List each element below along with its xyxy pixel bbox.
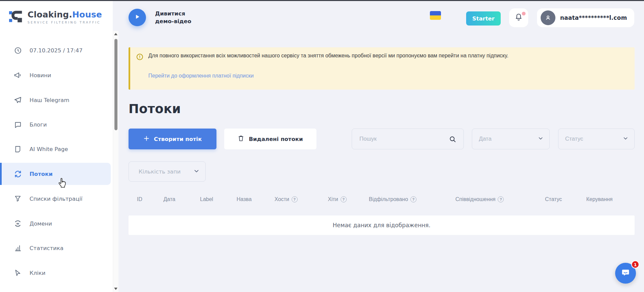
scroll-up-arrow[interactable] bbox=[114, 33, 117, 35]
column-header-filtered: Відфільтровано bbox=[369, 196, 416, 202]
avatar bbox=[541, 10, 555, 25]
sidebar-item-label: Домени bbox=[30, 221, 52, 227]
clock-icon bbox=[14, 46, 22, 54]
sidebar-item-flows[interactable]: Потоки bbox=[0, 163, 111, 185]
brand-name-blue: House bbox=[72, 10, 102, 19]
sidebar: Cloaking.House SERVICE FILTERING TRAFFIC… bbox=[0, 1, 113, 292]
sidebar-item-telegram[interactable]: Наш Telegram bbox=[0, 89, 111, 111]
chat-widget-icon bbox=[621, 267, 631, 279]
sidebar-item-domains[interactable]: w Домени bbox=[0, 212, 111, 235]
chat-bubble-icon bbox=[14, 120, 22, 129]
search-icon[interactable] bbox=[449, 135, 457, 145]
sidebar-item-label: Кліки bbox=[30, 270, 46, 276]
sidebar-item-label: Наш Telegram bbox=[30, 97, 69, 103]
telegram-icon bbox=[14, 96, 22, 104]
per-page-dropdown[interactable]: Кількість запи bbox=[129, 161, 206, 182]
sidebar-item-ai-white-page[interactable]: AI White Page bbox=[0, 138, 111, 160]
logo-icon bbox=[8, 8, 23, 25]
sidebar-item-label: Статистика bbox=[30, 245, 63, 251]
help-icon[interactable] bbox=[341, 196, 347, 202]
sidebar-item-label: Новини bbox=[30, 72, 51, 79]
plan-badge[interactable]: Starter bbox=[466, 11, 501, 26]
bar-chart-icon bbox=[14, 244, 22, 252]
account-menu[interactable]: naata**********l.com bbox=[537, 8, 634, 27]
demo-video-label[interactable]: Дивитися демо-відео bbox=[155, 10, 191, 25]
status-filter-dropdown[interactable]: Статус bbox=[558, 129, 635, 149]
column-header-ratio: Співвідношення bbox=[455, 196, 504, 202]
deleted-flows-button[interactable]: Видалені потоки bbox=[224, 129, 316, 149]
sidebar-item-news[interactable]: Новини bbox=[0, 64, 111, 86]
user-email: naata**********l.com bbox=[560, 14, 627, 21]
sidebar-item-label: Блоги bbox=[30, 121, 47, 128]
app-window: Cloaking.House SERVICE FILTERING TRAFFIC… bbox=[0, 0, 644, 292]
svg-text:w: w bbox=[16, 222, 19, 225]
banner-text: Для повного використання всіх можливосте… bbox=[148, 52, 622, 59]
trial-warning-banner: ! Для повного використання всіх можливос… bbox=[129, 47, 635, 90]
chevron-down-icon bbox=[194, 168, 199, 175]
globe-w-icon: w bbox=[14, 220, 22, 228]
flag-yellow-stripe bbox=[430, 15, 441, 20]
search-field[interactable] bbox=[352, 129, 464, 149]
search-input[interactable] bbox=[359, 135, 446, 143]
sidebar-item-label: 07.10.2025 / 17:47 bbox=[30, 47, 83, 54]
sidebar-item-clicks[interactable]: Кліки bbox=[0, 262, 111, 284]
language-flag-ukraine[interactable] bbox=[430, 11, 441, 20]
status-filter-label: Статус bbox=[565, 136, 583, 142]
column-header-id: ID bbox=[137, 196, 142, 202]
megaphone-icon bbox=[14, 71, 22, 79]
help-icon[interactable] bbox=[410, 196, 416, 202]
brand-tagline: SERVICE FILTERING TRAFFIC bbox=[28, 20, 102, 24]
chevron-down-icon bbox=[538, 136, 543, 142]
per-page-label: Кількість запи bbox=[139, 168, 181, 175]
help-icon[interactable] bbox=[292, 196, 298, 202]
column-header-name: Назва bbox=[237, 196, 252, 202]
sidebar-item-datetime[interactable]: 07.10.2025 / 17:47 bbox=[0, 39, 111, 61]
column-header-label: Label bbox=[200, 196, 213, 202]
sidebar-item-blogs[interactable]: Блоги bbox=[0, 113, 111, 136]
notification-dot bbox=[522, 12, 526, 15]
sidebar-item-label: Потоки bbox=[30, 171, 53, 177]
play-demo-button[interactable] bbox=[129, 9, 146, 26]
plus-icon bbox=[143, 135, 150, 143]
column-header-status: Статус bbox=[545, 196, 562, 202]
cursor-icon bbox=[14, 269, 22, 277]
logo-text: Cloaking.House SERVICE FILTERING TRAFFIC bbox=[28, 10, 102, 24]
page-title: Потоки bbox=[129, 102, 181, 116]
subscribe-link[interactable]: Перейти до оформлення платної підписки bbox=[148, 73, 254, 79]
sidebar-item-label: AI White Page bbox=[30, 146, 68, 152]
scrollbar-thumb[interactable] bbox=[114, 39, 117, 130]
flag-blue-stripe bbox=[430, 11, 441, 15]
column-header-hits: Хіти bbox=[328, 196, 347, 202]
create-flow-button[interactable]: Створити потік bbox=[129, 129, 216, 149]
notifications-button[interactable] bbox=[509, 8, 528, 27]
column-header-hosts: Хости bbox=[275, 196, 298, 202]
chevron-down-icon bbox=[623, 136, 628, 142]
sidebar-item-statistics[interactable]: Статистика bbox=[0, 237, 111, 259]
sidebar-scrollbar[interactable] bbox=[113, 31, 118, 292]
logo[interactable]: Cloaking.House SERVICE FILTERING TRAFFIC bbox=[8, 8, 102, 25]
table-empty-state: Немає даних для відображення. bbox=[129, 215, 635, 235]
date-filter-dropdown[interactable]: Дата bbox=[472, 129, 550, 149]
scroll-down-arrow[interactable] bbox=[114, 288, 117, 290]
column-header-date: Дата bbox=[163, 196, 175, 202]
chat-unread-badge: 1 bbox=[631, 260, 639, 269]
document-icon bbox=[14, 145, 22, 153]
warning-icon: ! bbox=[137, 54, 143, 60]
sync-icon bbox=[14, 170, 22, 178]
play-icon bbox=[134, 14, 140, 21]
brand-name-dark: Cloaking. bbox=[28, 10, 72, 19]
help-icon[interactable] bbox=[498, 196, 504, 202]
date-filter-label: Дата bbox=[479, 136, 492, 142]
trash-icon bbox=[238, 135, 244, 143]
column-header-controls: Керування bbox=[586, 196, 613, 202]
table-header: ID Дата Label Назва Хости Хіти Відфільтр… bbox=[0, 196, 644, 208]
